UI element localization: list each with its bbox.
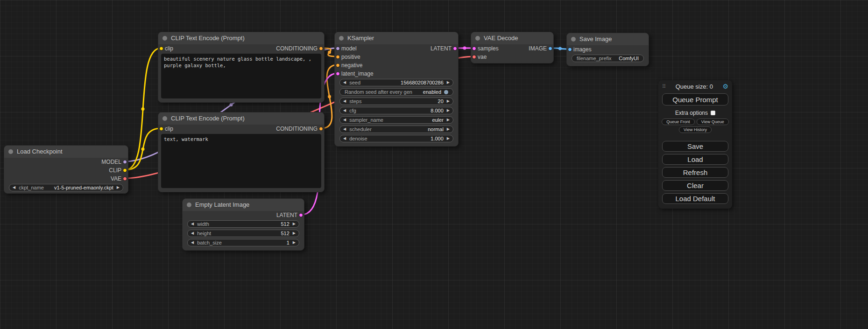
output-dot-latent[interactable]	[299, 213, 303, 217]
decrement-arrow-icon[interactable]: ◀	[191, 221, 194, 227]
refresh-button[interactable]: Refresh	[662, 167, 728, 178]
random-seed-toggle-widget[interactable]: Random seed after every gen enabled	[339, 88, 453, 96]
node-ksampler[interactable]: KSampler model LATENT positive negative …	[334, 32, 459, 147]
ckpt-name-widget[interactable]: ◀ ckpt_name v1-5-pruned-emaonly.ckpt ▶	[9, 184, 123, 191]
widget-label: seed	[349, 80, 360, 85]
input-dot-images[interactable]	[568, 48, 572, 52]
node-title: CLIP Text Encode (Prompt)	[171, 115, 245, 122]
increment-arrow-icon[interactable]: ▶	[447, 107, 450, 114]
input-label-model: model	[341, 45, 357, 52]
view-history-button[interactable]: View History	[679, 126, 712, 133]
extra-options-checkbox[interactable]	[711, 111, 715, 115]
width-widget[interactable]: ◀ width 512 ▶	[187, 220, 299, 228]
collapse-dot-icon[interactable]	[187, 203, 191, 207]
increment-arrow-icon[interactable]: ▶	[293, 221, 296, 227]
toggle-dot-icon[interactable]	[444, 90, 448, 94]
input-dot-vae[interactable]	[472, 55, 476, 59]
collapse-dot-icon[interactable]	[571, 37, 576, 42]
queue-front-button[interactable]: Queue Front	[662, 119, 695, 125]
collapse-dot-icon[interactable]	[162, 116, 167, 121]
filename-prefix-widget[interactable]: filename_prefix ComfyUI	[572, 55, 644, 62]
steps-widget[interactable]: ◀ steps 20 ▶	[339, 98, 453, 105]
node-graph-canvas[interactable]: Load Checkpoint MODEL CLIP VAE ◀ ckpt_na…	[0, 0, 868, 329]
output-dot-conditioning[interactable]	[319, 47, 323, 51]
seed-widget[interactable]: ◀ seed 156680208700286 ▶	[339, 79, 453, 86]
collapse-dot-icon[interactable]	[475, 36, 480, 41]
increment-arrow-icon[interactable]: ▶	[447, 98, 450, 105]
denoise-widget[interactable]: ◀ denoise 1.000 ▶	[339, 135, 453, 142]
increment-arrow-icon[interactable]: ▶	[117, 184, 120, 191]
decrement-arrow-icon[interactable]: ◀	[343, 135, 346, 142]
link-clip-negative	[126, 128, 161, 170]
increment-arrow-icon[interactable]: ▶	[447, 117, 450, 123]
input-dot-model[interactable]	[336, 47, 340, 51]
drag-handle-icon[interactable]: ⠿	[662, 84, 666, 90]
sampler-name-widget[interactable]: ◀ sampler_name euler ▶	[339, 116, 453, 124]
negative-prompt-textarea[interactable]: text, watermark	[161, 134, 321, 188]
node-title-bar[interactable]: CLIP Text Encode (Prompt)	[158, 112, 324, 125]
increment-arrow-icon[interactable]: ▶	[293, 239, 296, 246]
decrement-arrow-icon[interactable]: ◀	[13, 184, 15, 191]
load-default-button[interactable]: Load Default	[662, 193, 728, 204]
input-dot-samples[interactable]	[472, 47, 476, 51]
collapse-dot-icon[interactable]	[162, 36, 167, 41]
slot-row: model LATENT	[335, 44, 458, 53]
widget-value: 1	[222, 240, 289, 245]
output-dot-latent[interactable]	[453, 47, 457, 51]
settings-gear-icon[interactable]: ⚙	[722, 83, 728, 90]
node-title-bar[interactable]: Empty Latent Image	[183, 199, 304, 211]
view-queue-button[interactable]: View Queue	[697, 119, 729, 125]
output-dot-vae[interactable]	[123, 177, 127, 181]
collapse-dot-icon[interactable]	[339, 36, 344, 41]
decrement-arrow-icon[interactable]: ◀	[343, 79, 346, 86]
output-label-clip: CLIP	[109, 167, 121, 174]
widget-value: enabled	[412, 89, 441, 95]
input-dot-clip[interactable]	[159, 47, 163, 51]
input-dot-positive[interactable]	[336, 55, 340, 59]
load-button[interactable]: Load	[662, 154, 728, 165]
increment-arrow-icon[interactable]: ▶	[447, 135, 450, 142]
cfg-widget[interactable]: ◀ cfg 8.000 ▶	[339, 107, 453, 114]
decrement-arrow-icon[interactable]: ◀	[343, 117, 346, 123]
output-dot-clip[interactable]	[123, 168, 127, 173]
decrement-arrow-icon[interactable]: ◀	[191, 230, 194, 237]
queue-prompt-button[interactable]: Queue Prompt	[662, 93, 728, 105]
output-dot-image[interactable]	[548, 47, 552, 51]
scheduler-widget[interactable]: ◀ scheduler normal ▶	[339, 126, 453, 133]
decrement-arrow-icon[interactable]: ◀	[343, 107, 346, 114]
node-clip-text-encode-positive[interactable]: CLIP Text Encode (Prompt) clip CONDITION…	[158, 32, 325, 103]
increment-arrow-icon[interactable]: ▶	[447, 79, 450, 86]
positive-prompt-textarea[interactable]: beautiful scenery nature glass bottle la…	[161, 54, 321, 98]
node-title-bar[interactable]: KSampler	[335, 32, 458, 44]
node-title-bar[interactable]: Save Image	[567, 33, 649, 45]
input-label-positive: positive	[341, 54, 360, 60]
output-dot-model[interactable]	[123, 160, 127, 164]
node-clip-text-encode-negative[interactable]: CLIP Text Encode (Prompt) clip CONDITION…	[158, 112, 325, 192]
node-save-image[interactable]: Save Image images filename_prefix ComfyU…	[566, 33, 649, 66]
decrement-arrow-icon[interactable]: ◀	[191, 239, 194, 246]
node-title-bar[interactable]: VAE Decode	[471, 32, 553, 44]
node-title-bar[interactable]: Load Checkpoint	[4, 146, 128, 158]
batch-size-widget[interactable]: ◀ batch_size 1 ▶	[187, 239, 299, 246]
node-vae-decode[interactable]: VAE Decode samples IMAGE vae	[471, 32, 554, 63]
height-widget[interactable]: ◀ height 512 ▶	[187, 230, 299, 237]
node-title-bar[interactable]: CLIP Text Encode (Prompt)	[158, 32, 324, 44]
save-button[interactable]: Save	[662, 141, 728, 152]
decrement-arrow-icon[interactable]: ◀	[343, 126, 346, 133]
input-dot-clip[interactable]	[159, 127, 163, 131]
input-dot-negative[interactable]	[336, 63, 340, 68]
slot-row: images	[567, 45, 649, 54]
increment-arrow-icon[interactable]: ▶	[447, 126, 450, 133]
collapse-dot-icon[interactable]	[8, 149, 13, 154]
output-dot-conditioning[interactable]	[319, 127, 323, 131]
output-label-image: IMAGE	[529, 45, 547, 52]
decrement-arrow-icon[interactable]: ◀	[343, 98, 346, 105]
node-load-checkpoint[interactable]: Load Checkpoint MODEL CLIP VAE ◀ ckpt_na…	[4, 145, 128, 194]
node-empty-latent-image[interactable]: Empty Latent Image LATENT ◀ width 512 ▶ …	[182, 198, 304, 251]
widget-label: height	[197, 231, 211, 236]
clear-button[interactable]: Clear	[662, 180, 728, 191]
increment-arrow-icon[interactable]: ▶	[293, 230, 296, 237]
menu-divider-gap	[658, 134, 732, 139]
input-dot-latent-image[interactable]	[336, 72, 340, 76]
widget-value: 156680208700286	[360, 80, 444, 85]
